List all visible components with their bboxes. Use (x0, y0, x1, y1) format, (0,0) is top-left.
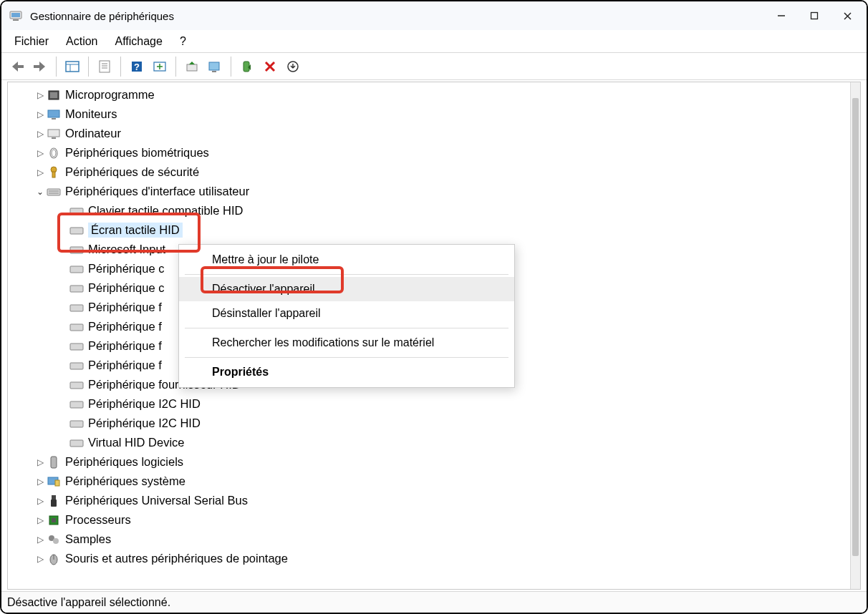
svg-rect-47 (70, 363, 83, 369)
hid-device-icon (69, 205, 84, 218)
tree-item-samples[interactable]: ▷ Samples (8, 530, 850, 549)
svg-rect-36 (47, 189, 60, 195)
menu-help[interactable]: ? (180, 35, 186, 48)
ctx-update-driver[interactable]: Mettre à jour le pilote (179, 248, 514, 272)
titlebar: Gestionnaire de périphériques (1, 1, 867, 30)
chevron-right-icon[interactable]: ▷ (34, 167, 47, 177)
window-controls (765, 1, 864, 30)
uninstall-device-button[interactable] (259, 56, 281, 77)
hid-device-icon (69, 340, 84, 353)
tree-item-system-devices[interactable]: ▷ Périphériques système (8, 472, 850, 491)
tree-item-hid[interactable]: ⌄ Périphériques d'interface utilisateur (8, 182, 850, 201)
tree-item-hid-touch-keyboard[interactable]: Clavier tactile compatible HID (8, 201, 850, 220)
menu-view[interactable]: Affichage (115, 35, 162, 48)
monitor-icon (47, 108, 61, 121)
tree-item-mice[interactable]: ▷ Souris et autres périphériques de poin… (8, 549, 850, 568)
toolbar-separator (175, 57, 176, 77)
enable-device-button[interactable] (236, 56, 258, 77)
close-button[interactable] (831, 1, 864, 30)
disable-device-button[interactable] (204, 56, 226, 77)
svg-rect-30 (48, 130, 59, 137)
minimize-button[interactable] (765, 1, 798, 30)
svg-rect-39 (70, 208, 83, 215)
chevron-right-icon[interactable]: ▷ (34, 90, 47, 100)
svg-rect-2 (13, 19, 19, 21)
tree-label: Périphérique c (88, 262, 164, 276)
chevron-right-icon[interactable]: ▷ (34, 515, 47, 525)
tree-item-software-devices[interactable]: ▷ Périphériques logiciels (8, 452, 850, 472)
svg-rect-35 (52, 172, 55, 177)
samples-icon (47, 533, 61, 546)
tree-item-hid-i2c[interactable]: Périphérique I2C HID (8, 414, 850, 433)
tree-label: Périphérique c (88, 281, 164, 295)
ctx-scan-hardware[interactable]: Rechercher les modifications sur le maté… (179, 331, 514, 355)
svg-rect-56 (51, 500, 57, 507)
help-button[interactable]: ? (126, 56, 148, 77)
svg-rect-54 (55, 480, 59, 486)
tree-label: Périphérique I2C HID (88, 397, 201, 411)
scan-hardware-button[interactable] (149, 56, 170, 77)
svg-point-60 (53, 538, 59, 544)
chevron-right-icon[interactable]: ▷ (34, 148, 47, 158)
toolbar-separator (56, 57, 57, 77)
tree-item-hid-touch-screen[interactable]: Écran tactile HID (8, 220, 850, 240)
ctx-uninstall-device[interactable]: Désinstaller l'appareil (179, 301, 514, 326)
back-button[interactable] (6, 56, 28, 77)
show-hide-tree-button[interactable] (62, 56, 83, 77)
svg-text:?: ? (134, 62, 140, 72)
chevron-right-icon[interactable]: ▷ (34, 535, 47, 545)
menu-action[interactable]: Action (66, 35, 97, 48)
tree-item-firmware[interactable]: ▷ Microprogramme (8, 85, 850, 104)
svg-rect-20 (209, 62, 219, 70)
hid-icon (47, 185, 61, 198)
tree-label: Moniteurs (65, 107, 117, 121)
svg-rect-45 (70, 324, 83, 331)
tree-label: Périphérique f (88, 339, 162, 353)
chevron-right-icon[interactable]: ▷ (34, 477, 47, 487)
hid-device-icon (69, 263, 84, 276)
toolbar-separator (120, 57, 121, 77)
svg-rect-7 (16, 65, 24, 68)
chevron-right-icon[interactable]: ▷ (34, 457, 47, 467)
tree-item-biometric[interactable]: ▷ Périphériques biométriques (8, 143, 850, 162)
tree-label: Souris et autres périphériques de pointa… (65, 552, 288, 565)
update-driver-button[interactable] (181, 56, 203, 77)
chevron-down-icon[interactable]: ⌄ (34, 187, 47, 197)
statusbar: Désactive l'appareil sélectionné. (1, 591, 867, 613)
maximize-button[interactable] (798, 1, 831, 30)
context-menu-separator (185, 357, 508, 358)
forward-button[interactable] (29, 56, 51, 77)
firmware-icon (47, 89, 61, 102)
tree-item-monitors[interactable]: ▷ Moniteurs (8, 104, 850, 124)
svg-rect-22 (243, 62, 249, 72)
software-device-icon (47, 456, 61, 469)
tree-item-hid-virtual[interactable]: Virtual HID Device (8, 433, 850, 452)
context-menu-separator (185, 274, 508, 275)
tree-item-computer[interactable]: ▷ Ordinateur (8, 124, 850, 143)
tree-item-hid-i2c[interactable]: Périphérique I2C HID (8, 394, 850, 414)
svg-rect-46 (70, 343, 83, 350)
hid-device-icon (69, 282, 84, 295)
tree-item-processors[interactable]: ▷ Processeurs (8, 510, 850, 530)
chevron-right-icon[interactable]: ▷ (34, 109, 47, 120)
tree-item-usb[interactable]: ▷ Périphériques Universal Serial Bus (8, 491, 850, 510)
tree-label: Microprogramme (65, 88, 155, 102)
menu-file[interactable]: Fichier (14, 35, 49, 48)
ctx-disable-device[interactable]: Désactiver l'appareil (179, 277, 514, 301)
tree-label: Périphériques système (65, 474, 185, 488)
scrollbar-thumb[interactable] (852, 98, 859, 556)
scan-changes-button[interactable] (282, 56, 304, 77)
tree-label: Périphérique f (88, 359, 162, 372)
chevron-right-icon[interactable]: ▷ (34, 129, 47, 139)
svg-rect-51 (70, 440, 83, 447)
vertical-scrollbar[interactable] (850, 82, 860, 589)
chevron-right-icon[interactable]: ▷ (34, 554, 47, 564)
tree-item-security[interactable]: ▷ Périphériques de sécurité (8, 162, 850, 182)
svg-rect-9 (66, 62, 79, 72)
chevron-right-icon[interactable]: ▷ (34, 496, 47, 506)
svg-rect-12 (100, 61, 110, 72)
ctx-properties[interactable]: Propriétés (179, 360, 514, 384)
properties-button[interactable] (94, 56, 115, 77)
svg-rect-55 (52, 495, 56, 500)
hid-device-icon (69, 359, 84, 372)
